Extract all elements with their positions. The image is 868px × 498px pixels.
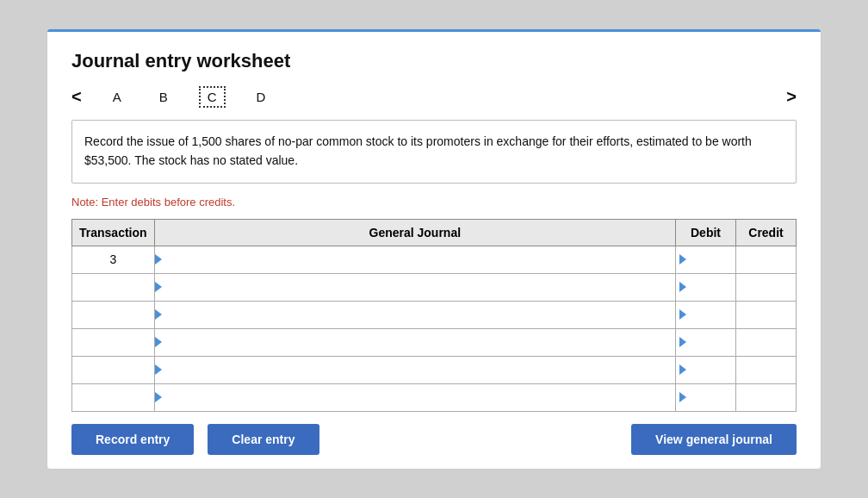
row-arrow-icon [155,364,162,375]
col-credit: Credit [736,219,797,246]
credit-input-0[interactable] [740,247,792,271]
nav-row: < A B C D > [71,86,797,108]
debit-input-5[interactable] [688,385,732,409]
record-entry-button[interactable]: Record entry [71,424,194,455]
buttons-row: Record entry Clear entry View general jo… [71,412,797,469]
credit-input-3[interactable] [740,330,792,354]
tab-a[interactable]: A [106,88,128,106]
col-general-journal: General Journal [154,219,675,246]
tab-d[interactable]: D [250,88,273,106]
debit-cell-2[interactable] [676,301,736,328]
table-row [72,356,797,383]
debit-arrow-icon [679,364,686,375]
col-transaction: Transaction [72,219,155,246]
debit-input-0[interactable] [688,247,732,271]
row-arrow-icon [155,309,162,320]
debit-cell-0[interactable] [676,246,736,273]
table-row [72,383,797,411]
row-arrow-icon [155,392,162,402]
journal-cell[interactable] [154,328,675,356]
clear-entry-button[interactable]: Clear entry [208,424,319,455]
journal-cell[interactable] [154,356,675,383]
debit-cell-3[interactable] [676,328,736,356]
journal-input-5[interactable] [164,385,672,409]
table-row: 3 [72,246,797,273]
journal-input-0[interactable] [164,247,672,271]
debit-arrow-icon [679,309,686,320]
table-row [72,273,797,301]
debit-arrow-icon [679,254,686,265]
tab-b[interactable]: B [152,88,175,106]
view-general-journal-button[interactable]: View general journal [631,424,797,455]
description-box: Record the issue of 1,500 shares of no-p… [71,120,797,183]
debit-arrow-icon [679,282,686,292]
journal-cell[interactable] [154,273,675,301]
debit-cell-5[interactable] [676,383,736,411]
credit-input-5[interactable] [740,385,792,409]
debit-arrow-icon [679,392,686,402]
debit-input-1[interactable] [688,275,732,299]
table-row [72,328,797,356]
debit-input-2[interactable] [688,302,732,327]
credit-cell-1[interactable] [736,273,797,301]
credit-cell-4[interactable] [736,356,797,383]
journal-cell[interactable] [154,383,675,411]
row-arrow-icon [155,254,162,265]
debit-arrow-icon [679,337,686,347]
journal-input-3[interactable] [164,330,672,354]
note-text: Note: Enter debits before credits. [71,196,797,209]
credit-cell-3[interactable] [736,328,797,356]
debit-cell-1[interactable] [676,273,736,301]
journal-input-4[interactable] [164,358,672,382]
next-arrow[interactable]: > [786,87,797,107]
journal-input-1[interactable] [164,275,672,299]
credit-cell-5[interactable] [736,383,797,411]
row-arrow-icon [155,282,162,292]
credit-input-1[interactable] [740,275,792,299]
journal-cell[interactable] [154,246,675,273]
journal-input-2[interactable] [164,302,672,327]
debit-cell-4[interactable] [676,356,736,383]
tab-c[interactable]: C [199,86,226,108]
journal-table: Transaction General Journal Debit Credit… [71,219,797,412]
credit-input-2[interactable] [740,302,792,327]
table-row [72,301,797,328]
row-arrow-icon [155,337,162,347]
debit-input-3[interactable] [688,330,732,354]
journal-entry-worksheet-card: Journal entry worksheet < A B C D > Reco… [46,28,822,469]
transaction-cell [72,301,155,328]
credit-cell-2[interactable] [736,301,797,328]
transaction-cell [72,328,155,356]
page-title: Journal entry worksheet [71,50,797,72]
credit-cell-0[interactable] [736,246,797,273]
prev-arrow[interactable]: < [71,87,82,107]
col-debit: Debit [676,219,736,246]
transaction-cell [72,356,155,383]
transaction-cell [72,273,155,301]
credit-input-4[interactable] [740,358,792,382]
debit-input-4[interactable] [688,358,732,382]
transaction-cell [72,383,155,411]
transaction-cell: 3 [72,246,155,273]
journal-cell[interactable] [154,301,675,328]
